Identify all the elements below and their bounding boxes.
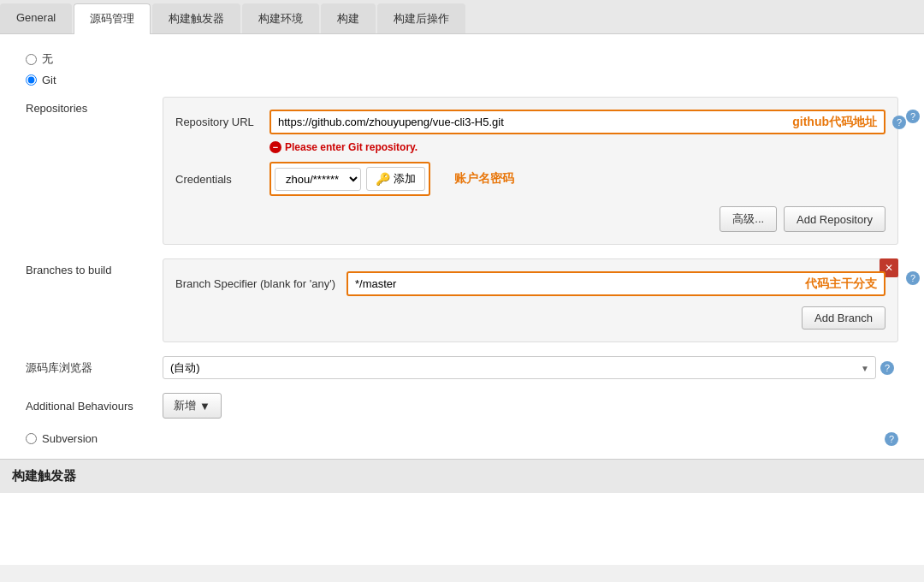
branches-section: Branches to build ✕ Branch Specifier (bl… xyxy=(26,258,898,342)
repositories-content: Repository URL github代码地址 ? − Please ent… xyxy=(163,97,898,245)
credentials-select-wrap: zhou/****** 🔑 添加 xyxy=(270,162,430,196)
advanced-button[interactable]: 高级... xyxy=(720,206,777,232)
new-btn-arrow-icon: ▼ xyxy=(199,400,210,413)
additional-behaviours-row: Additional Behaviours 新增 ▼ xyxy=(26,393,898,419)
radio-git[interactable] xyxy=(26,74,37,86)
repositories-section: Repositories Repository URL github代码地址 ?… xyxy=(26,97,898,245)
build-trigger-header: 构建触发器 xyxy=(0,459,924,493)
add-credentials-button[interactable]: 🔑 添加 xyxy=(366,167,425,191)
tab-post-build[interactable]: 构建后操作 xyxy=(377,3,465,33)
add-btn-label: 添加 xyxy=(394,171,416,187)
credentials-row: Credentials zhou/****** 🔑 添加 账户名密码 xyxy=(175,162,886,196)
credentials-annotation: 账户名密码 xyxy=(454,171,514,187)
source-browser-help-icon[interactable]: ? xyxy=(880,361,894,375)
branch-input-wrap: 代码主干分支 xyxy=(346,271,886,296)
radio-git-item: Git xyxy=(26,74,898,86)
key-icon: 🔑 xyxy=(376,172,390,186)
credentials-label: Credentials xyxy=(175,173,270,186)
subversion-row: Subversion ? xyxy=(26,432,898,445)
source-browser-row: 源码库浏览器 (自动) ▼ ? xyxy=(26,356,898,379)
add-repository-button[interactable]: Add Repository xyxy=(784,206,886,232)
credentials-select[interactable]: zhou/****** xyxy=(275,168,361,191)
branches-content: ✕ Branch Specifier (blank for 'any') 代码主… xyxy=(163,258,898,342)
radio-none-label: 无 xyxy=(42,51,53,67)
branch-input[interactable] xyxy=(346,271,886,296)
scm-radio-group: 无 Git xyxy=(26,51,898,86)
radio-svn[interactable] xyxy=(26,433,37,444)
tab-env[interactable]: 构建环境 xyxy=(242,3,319,33)
subversion-label: Subversion xyxy=(42,432,98,445)
error-icon: − xyxy=(270,141,281,153)
error-text: Please enter Git repository. xyxy=(285,141,418,153)
repo-buttons-row: 高级... Add Repository xyxy=(175,206,886,232)
new-btn-label: 新增 xyxy=(174,398,196,413)
source-browser-select[interactable]: (自动) xyxy=(163,356,876,379)
repo-url-row: Repository URL github代码地址 ? xyxy=(175,110,886,134)
source-browser-select-wrap: (自动) ▼ xyxy=(163,356,876,379)
tab-scm[interactable]: 源码管理 xyxy=(74,3,151,34)
branch-specifier-label: Branch Specifier (blank for 'any') xyxy=(175,277,346,290)
source-browser-label: 源码库浏览器 xyxy=(26,360,163,376)
tab-trigger[interactable]: 构建触发器 xyxy=(152,3,240,33)
add-branch-button[interactable]: Add Branch xyxy=(802,306,886,330)
branches-help-icon[interactable]: ? xyxy=(906,271,920,285)
branch-buttons-row: Add Branch xyxy=(175,306,886,330)
radio-none-item: 无 xyxy=(26,51,898,67)
repositories-help-icon[interactable]: ? xyxy=(906,110,920,123)
tab-general[interactable]: General xyxy=(0,3,72,33)
repo-url-input-wrap: github代码地址 ? xyxy=(270,110,886,134)
tab-build[interactable]: 构建 xyxy=(321,3,376,33)
subversion-help-icon[interactable]: ? xyxy=(885,432,898,446)
main-content: 无 Git Repositories Repository URL github… xyxy=(0,34,924,565)
radio-git-label: Git xyxy=(42,74,56,86)
tabs-bar: General 源码管理 构建触发器 构建环境 构建 构建后操作 xyxy=(0,0,924,34)
branch-specifier-row: Branch Specifier (blank for 'any') 代码主干分… xyxy=(175,271,886,296)
repo-url-input[interactable] xyxy=(270,110,886,134)
error-msg-row: − Please enter Git repository. xyxy=(270,141,886,153)
new-behaviour-button[interactable]: 新增 ▼ xyxy=(163,393,222,419)
branches-label: Branches to build xyxy=(26,258,163,342)
radio-none[interactable] xyxy=(26,54,37,65)
repositories-label: Repositories xyxy=(26,97,163,245)
repo-url-label: Repository URL xyxy=(175,116,270,128)
additional-behaviours-label: Additional Behaviours xyxy=(26,400,163,413)
repo-url-help-icon[interactable]: ? xyxy=(892,116,906,129)
